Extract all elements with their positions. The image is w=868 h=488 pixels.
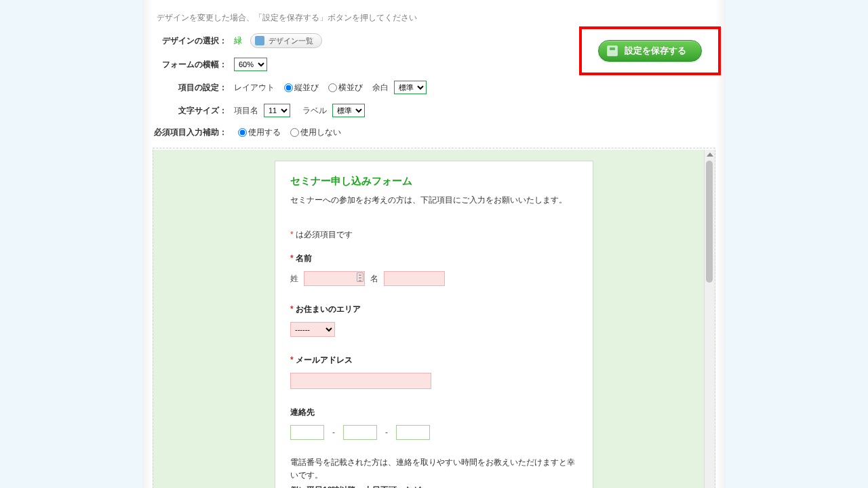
email-field-label: *メールアドレス [290,354,578,366]
layout-horizontal-radio[interactable] [328,83,337,92]
required-note-text: は必須項目です [296,230,353,239]
layout-vertical-radio[interactable] [284,83,293,92]
phone-input-3[interactable] [396,425,430,440]
form-width-select[interactable]: 60% [234,58,267,71]
form-width-label: フォームの横幅： [153,59,227,70]
margin-label: 余白 [372,82,389,94]
autofill-indicator-icon [357,272,363,282]
required-assist-label: 必須項目入力補助： [153,127,227,138]
contact-note: 電話番号を記載された方は、連絡を取りやすい時間をお教えいただけますと幸いです。 [290,456,578,482]
assist-use-radio[interactable] [238,128,247,137]
save-button-label: 設定を保存する [625,45,686,57]
assist-nouse-radio[interactable] [290,128,299,137]
design-list-button-label: デザイン一覧 [269,36,313,46]
layout-horizontal-option[interactable]: 横並び [324,82,363,94]
design-list-button[interactable]: デザイン一覧 [250,33,322,48]
area-select[interactable]: ------ [290,322,335,337]
scrollbar-thumb[interactable] [706,161,713,283]
lastname-input[interactable] [304,271,365,286]
phone-separator-1: - [332,428,335,437]
save-highlight-box: 設定を保存する [579,26,721,75]
firstname-input[interactable] [384,271,445,286]
design-select-label: デザインの選択： [153,35,227,47]
required-note: *は必須項目です [290,229,578,241]
font-size-label: 文字サイズ： [153,105,227,117]
layout-horizontal-text: 横並び [338,83,363,92]
name-field-label: *名前 [290,253,578,264]
form-description: セミナーへの参加をお考えの方は、下記項目にご入力をお願いいたします。 [290,195,578,206]
assist-nouse-option[interactable]: 使用しない [286,127,341,138]
asterisk-icon: * [290,230,294,239]
margin-select[interactable]: 標準 [394,81,427,94]
contact-example: 例）平日18時以降 土日不可 など [290,485,578,488]
label-size-label: ラベル [302,105,327,117]
form-card: セミナー申し込みフォーム セミナーへの参加をお考えの方は、下記項目にご入力をお願… [275,161,593,488]
firstname-label: 名 [370,273,378,285]
assist-nouse-text: 使用しない [300,127,341,137]
phone-input-2[interactable] [343,425,377,440]
item-settings-label: 項目の設定： [153,82,227,94]
save-icon [607,45,618,56]
email-input[interactable] [290,373,431,389]
layout-label: レイアウト [234,82,275,94]
layout-vertical-text: 縦並び [294,83,319,92]
layout-vertical-option[interactable]: 縦並び [280,82,319,94]
scroll-up-icon [707,152,713,157]
phone-input-1[interactable] [290,425,324,440]
save-settings-button[interactable]: 設定を保存する [598,40,702,62]
form-preview-pane: セミナー申し込みフォーム セミナーへの参加をお考えの方は、下記項目にご入力をお願… [153,150,715,488]
contact-field-label: 連絡先 [290,407,578,418]
assist-use-option[interactable]: 使用する [234,127,281,138]
item-name-size-select[interactable]: 11 [264,104,290,117]
design-value: 緑 [234,35,242,47]
item-name-label: 項目名 [234,105,258,117]
label-size-select[interactable]: 標準 [332,104,365,117]
phone-separator-2: - [385,428,388,437]
preview-scrollbar[interactable] [704,150,715,488]
lastname-label: 姓 [290,273,298,285]
assist-use-text: 使用する [248,127,281,137]
area-field-label: *お住まいのエリア [290,304,578,315]
form-title: セミナー申し込みフォーム [290,175,578,188]
design-list-icon [255,36,264,45]
